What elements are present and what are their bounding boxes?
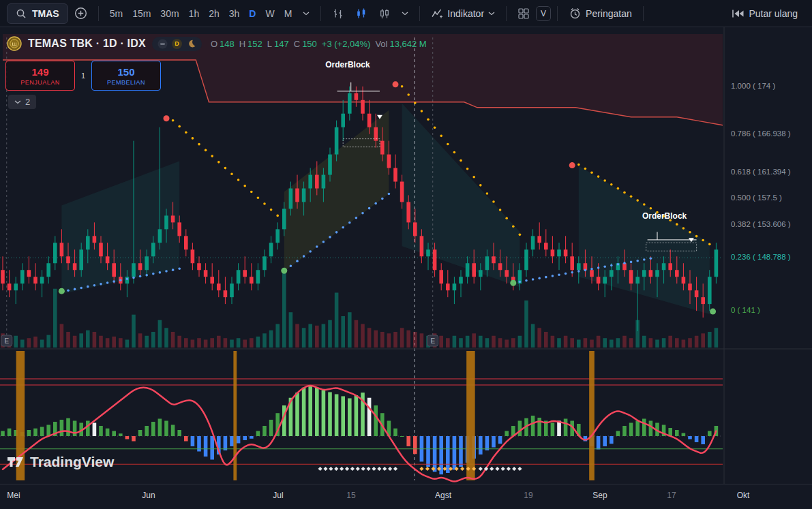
chevron-down-icon (402, 12, 408, 16)
toolbar-separator (506, 6, 507, 21)
chart-style-candles-button[interactable] (350, 3, 372, 25)
delayed-data-badge: D (172, 39, 182, 49)
replay-button[interactable]: Putar ulang (726, 3, 802, 25)
buy-price: 150 (117, 66, 134, 78)
indicators-icon (431, 7, 443, 20)
svg-text:E: E (4, 337, 9, 345)
symbol-logo-coin-icon (7, 36, 22, 51)
hollow-candles-style-icon (378, 7, 391, 20)
timeframe-1h[interactable]: 1h (184, 3, 205, 24)
price-axis-label: 0.786 ( 166.938 ) (731, 129, 791, 138)
chevron-down-icon (303, 12, 310, 16)
low-label: L (267, 39, 272, 49)
replay-rewind-icon (731, 8, 745, 19)
high-label: H (239, 39, 245, 49)
svg-text:OrderBlock: OrderBlock (642, 211, 687, 221)
chart-region: OrderBlockOrderBlockEE 1.000 ( 174 )0.78… (0, 27, 812, 484)
spread-value: 1 (75, 72, 91, 80)
open-value: 148 (220, 39, 235, 49)
toolbar-separator (98, 6, 99, 21)
indicators-label: Indikator (447, 8, 484, 19)
ohlc-row: O148 H152 L147 C150 +3 (+2,04%) Vol13,64… (211, 39, 427, 49)
price-axis[interactable]: 1.000 ( 174 )0.786 ( 166.938 )0.618 ( 16… (725, 27, 812, 484)
grid-layout-icon (517, 7, 530, 20)
timeframe-W[interactable]: W (260, 3, 279, 24)
time-axis[interactable]: MeiJunJul15Agst19Sep17Okt (0, 484, 812, 509)
market-closed-moon-icon (186, 39, 196, 49)
sell-price: 149 (31, 66, 48, 78)
volume-label: Vol (375, 39, 387, 49)
toolbar-separator (557, 6, 558, 21)
trade-panel: 149 PENJUALAN 1 150 PEMBELIAN (5, 61, 161, 91)
tradingview-app: TMAS 5m15m30m1h2h3hDWM (0, 0, 812, 509)
market-status-pill[interactable]: D (152, 37, 202, 51)
open-label: O (211, 39, 217, 49)
price-axis-label: 0.500 ( 157.5 ) (731, 194, 782, 202)
alarm-clock-icon (569, 7, 582, 20)
buy-button[interactable]: 150 PEMBELIAN (91, 61, 161, 91)
time-axis-label: Agst (435, 491, 451, 500)
chart-style-hollow-button[interactable] (374, 3, 395, 25)
price-axis-label: 1.000 ( 174 ) (731, 82, 775, 90)
object-tree-collapse-button[interactable]: 2 (8, 95, 36, 109)
time-axis-label: 19 (524, 491, 532, 500)
object-tree-count: 2 (25, 97, 30, 107)
alerts-button[interactable]: Peringatan (564, 3, 637, 25)
replay-label: Putar ulang (749, 8, 798, 19)
chart-style-bars-button[interactable] (327, 3, 349, 25)
time-axis-label: Jul (273, 491, 283, 500)
compare-add-button[interactable] (70, 3, 92, 25)
change-value: +3 (+2,04%) (322, 39, 371, 49)
timeframe-D[interactable]: D (244, 3, 260, 24)
price-axis-label: 0.618 ( 161.394 ) (731, 168, 791, 176)
chevron-down-icon (488, 12, 495, 16)
layout-template-button[interactable]: V (536, 6, 551, 21)
price-axis-label: 0 ( 141 ) (731, 306, 760, 314)
plus-circle-icon (74, 7, 87, 20)
volume-value: 13,642 M (389, 39, 426, 49)
layout-template-letter: V (541, 9, 546, 18)
sell-button[interactable]: 149 PENJUALAN (5, 61, 75, 91)
timeframe-15m[interactable]: 15m (127, 3, 155, 24)
symbol-header: TEMAS TBK · 1D · IDX D O148 H152 L147 C1… (7, 36, 427, 51)
timeframe-dropdown-button[interactable] (298, 3, 314, 25)
price-axis-label: 0.382 ( 153.606 ) (731, 220, 791, 228)
time-axis-label: Jun (142, 491, 155, 500)
time-axis-label: 15 (346, 491, 355, 500)
toolbar-separator (419, 6, 420, 21)
svg-text:E: E (430, 337, 435, 345)
svg-text:OrderBlock: OrderBlock (325, 60, 370, 70)
sell-label: PENJUALAN (20, 79, 60, 86)
time-axis-label: 17 (667, 491, 676, 500)
price-chart-canvas[interactable]: OrderBlockOrderBlockEE (0, 27, 812, 484)
close-value: 150 (302, 39, 317, 49)
symbol-search-value: TMAS (32, 8, 59, 19)
alerts-label: Peringatan (586, 8, 632, 19)
timeframe-2h[interactable]: 2h (204, 3, 224, 24)
time-axis-label: Okt (737, 491, 750, 500)
minimize-dash-icon (157, 39, 168, 49)
search-icon (16, 8, 27, 19)
symbol-search[interactable]: TMAS (7, 3, 68, 24)
timeframe-M[interactable]: M (280, 3, 297, 24)
time-axis-label: Sep (592, 491, 607, 500)
timeframe-3h[interactable]: 3h (224, 3, 245, 24)
timeframe-list: 5m15m30m1h2h3hDWM (105, 3, 297, 24)
high-value: 152 (247, 39, 262, 49)
symbol-title[interactable]: TEMAS TBK · 1D · IDX (28, 37, 146, 50)
top-toolbar: TMAS 5m15m30m1h2h3hDWM (0, 0, 812, 27)
low-value: 147 (274, 39, 289, 49)
buy-label: PEMBELIAN (107, 79, 145, 86)
timeframe-30m[interactable]: 30m (155, 3, 183, 24)
price-axis-label: 0.236 ( 148.788 ) (731, 253, 791, 261)
chart-style-dropdown-button[interactable] (397, 3, 413, 25)
candles-style-icon (355, 7, 367, 20)
close-label: C (294, 39, 300, 49)
toolbar-separator (320, 6, 321, 21)
bars-style-icon (332, 7, 344, 20)
toolbar-separator (643, 6, 644, 21)
indicators-button[interactable]: Indikator (426, 3, 500, 25)
layout-grid-button[interactable] (513, 3, 535, 25)
timeframe-5m[interactable]: 5m (105, 3, 127, 24)
time-axis-label: Mei (7, 491, 20, 500)
